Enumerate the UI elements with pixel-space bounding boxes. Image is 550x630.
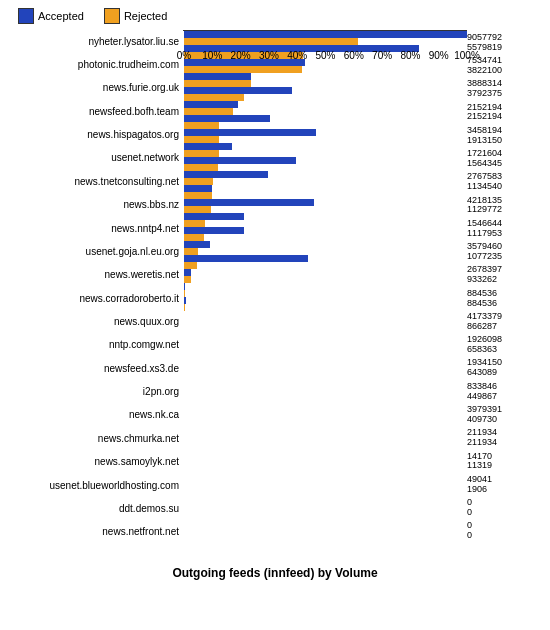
rejected-value: 3822100 xyxy=(467,66,542,76)
y-label: news.quux.org xyxy=(8,313,183,331)
x-axis-label: 20% xyxy=(231,50,251,61)
bar-rejected xyxy=(184,262,197,269)
value-label-pair: 211934211934 xyxy=(467,429,542,447)
x-axis-label: 50% xyxy=(315,50,335,61)
accepted-color-box xyxy=(18,8,34,24)
y-label: news.hispagatos.org xyxy=(8,126,183,144)
bar-row xyxy=(184,297,467,311)
rejected-value: 1564345 xyxy=(467,159,542,169)
y-label: usenet.blueworldhosting.com xyxy=(8,477,183,495)
bar-row xyxy=(184,283,467,297)
rejected-value: 449867 xyxy=(467,392,542,402)
y-label: news.tnetconsulting.net xyxy=(8,173,183,191)
bars-section: 0%10%20%30%40%50%60%70%80%90%100% xyxy=(183,30,467,31)
bar-row xyxy=(184,129,467,143)
bar-accepted xyxy=(184,171,268,178)
x-axis-label: 10% xyxy=(202,50,222,61)
bar-row xyxy=(184,185,467,199)
y-label: news.bbs.nz xyxy=(8,196,183,214)
bar-accepted xyxy=(184,297,186,304)
y-label: nntp.comgw.net xyxy=(8,336,183,354)
value-label-pair: 1926098658363 xyxy=(467,336,542,354)
value-label-pair: 00 xyxy=(467,522,542,540)
bar-row xyxy=(184,227,467,241)
bar-row xyxy=(184,87,467,101)
bar-accepted xyxy=(184,199,314,206)
legend: Accepted Rejected xyxy=(8,8,542,24)
bar-accepted xyxy=(184,255,308,262)
bar-rejected xyxy=(184,192,212,199)
bar-accepted xyxy=(184,31,467,38)
bar-rejected xyxy=(184,220,205,227)
rejected-value: 1129772 xyxy=(467,205,542,215)
bar-accepted xyxy=(184,185,212,192)
bars-wrapper xyxy=(184,30,467,32)
bar-accepted xyxy=(184,283,185,290)
y-label: news.weretis.net xyxy=(8,266,183,284)
bar-row xyxy=(184,311,467,325)
y-label: usenet.network xyxy=(8,149,183,167)
value-label-pair: 38883143792375 xyxy=(467,80,542,98)
bar-rejected xyxy=(184,94,244,101)
value-label-pair: 17216041564345 xyxy=(467,150,542,168)
legend-rejected: Rejected xyxy=(104,8,167,24)
y-label: news.chmurka.net xyxy=(8,430,183,448)
bar-rejected xyxy=(184,66,302,73)
y-label: news.samoylyk.net xyxy=(8,453,183,471)
bar-accepted xyxy=(184,227,244,234)
bar-row xyxy=(184,73,467,87)
value-label-pair: 34581941913150 xyxy=(467,127,542,145)
rejected-value: 409730 xyxy=(467,415,542,425)
bar-row xyxy=(184,157,467,171)
value-label-pair: 27675831134540 xyxy=(467,173,542,191)
accepted-value: 0 xyxy=(467,521,542,531)
rejected-value: 933262 xyxy=(467,275,542,285)
bar-accepted xyxy=(184,73,251,80)
rejected-value: 0 xyxy=(467,508,542,518)
y-label: news.furie.org.uk xyxy=(8,79,183,97)
y-label: news.nntp4.net xyxy=(8,220,183,238)
y-label: news.corradoroberto.it xyxy=(8,290,183,308)
y-label: photonic.trudheim.com xyxy=(8,56,183,74)
rejected-color-box xyxy=(104,8,120,24)
value-labels: 9057792557981975347413822100388831437923… xyxy=(467,30,542,544)
bar-accepted xyxy=(184,143,232,150)
bar-row xyxy=(184,325,467,339)
rejected-value: 884536 xyxy=(467,299,542,309)
y-label: nyheter.lysator.liu.se xyxy=(8,33,183,51)
rejected-value: 1117953 xyxy=(467,229,542,239)
bar-row xyxy=(184,269,467,283)
bar-accepted xyxy=(184,213,244,220)
x-axis-label: 70% xyxy=(372,50,392,61)
x-axis-label: 60% xyxy=(344,50,364,61)
y-label: news.netfront.net xyxy=(8,523,183,541)
bar-rejected xyxy=(184,38,358,45)
value-label-pair: 35794601077235 xyxy=(467,243,542,261)
bar-rejected xyxy=(184,164,218,171)
bar-rejected xyxy=(184,136,219,143)
y-label: newsfeed.bofh.team xyxy=(8,103,183,121)
chart-container: Accepted Rejected nyheter.lysator.liu.se… xyxy=(0,0,550,630)
rejected-value: 11319 xyxy=(467,461,542,471)
value-label-pair: 1417011319 xyxy=(467,452,542,470)
bar-row xyxy=(184,31,467,45)
bar-rejected xyxy=(184,304,185,311)
rejected-value: 1134540 xyxy=(467,182,542,192)
bar-rejected xyxy=(184,234,204,241)
value-label-pair: 42181351129772 xyxy=(467,196,542,214)
bar-rejected xyxy=(184,248,198,255)
rejected-value: 1913150 xyxy=(467,136,542,146)
value-label-pair: 4173379866287 xyxy=(467,313,542,331)
bar-rejected xyxy=(184,290,185,297)
legend-accepted-label: Accepted xyxy=(38,10,84,22)
rejected-value: 3792375 xyxy=(467,89,542,99)
bar-accepted xyxy=(184,241,210,248)
bar-rejected xyxy=(184,206,211,213)
bar-rejected xyxy=(184,276,191,283)
rejected-value: 866287 xyxy=(467,322,542,332)
x-axis-label: 100% xyxy=(454,50,480,61)
accepted-value: 0 xyxy=(467,498,542,508)
rejected-value: 1077235 xyxy=(467,252,542,262)
y-axis-labels: nyheter.lysator.liu.sephotonic.trudheim.… xyxy=(8,30,183,544)
value-label-pair: 90577925579819 xyxy=(467,34,542,52)
